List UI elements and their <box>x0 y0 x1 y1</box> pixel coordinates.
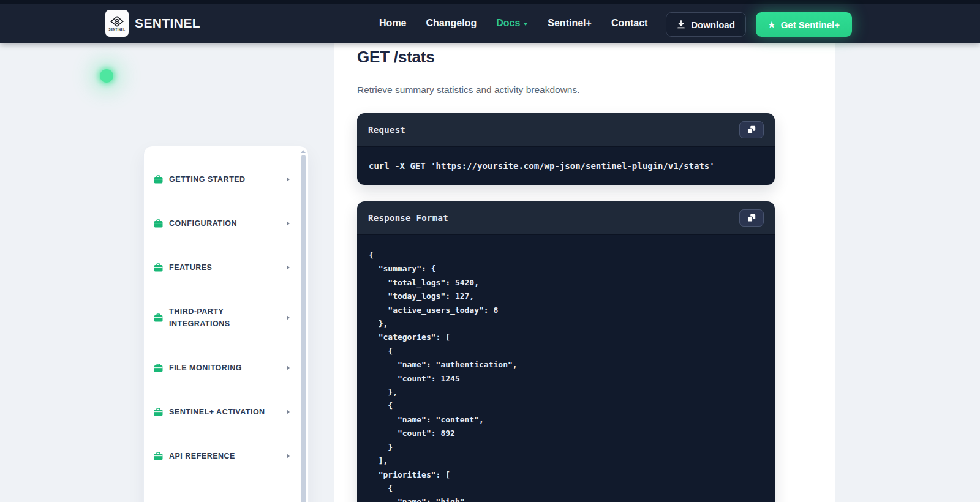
sidebar-item-label: FEATURES <box>169 261 212 274</box>
code-line: "count": 892 <box>369 427 763 440</box>
sidebar-item-label: SENTINEL+ ACTIVATION <box>169 406 265 418</box>
response-card-header: Response Format <box>357 201 775 235</box>
briefcase-icon <box>154 175 163 184</box>
chevron-right-icon <box>287 454 290 459</box>
code-line: { <box>369 399 763 413</box>
get-sentinel-plus-button[interactable]: ★ Get Sentinel+ <box>756 12 852 37</box>
nav-item[interactable]: Contact <box>611 18 648 29</box>
code-line: "categories": [ <box>369 331 763 344</box>
sidebar-item[interactable]: THIRD-PARTY INTEGRATIONS <box>144 290 308 346</box>
scroll-up-arrow-icon[interactable] <box>301 150 306 153</box>
sentinel-logo-icon: SENTINEL <box>105 10 129 37</box>
code-line: { <box>369 482 763 495</box>
briefcase-icon <box>154 313 163 322</box>
chevron-right-icon <box>287 410 290 414</box>
star-icon: ★ <box>768 20 775 29</box>
logo-micro-text: SENTINEL <box>108 28 125 31</box>
top-navbar: SENTINEL SENTINEL Home Changelog Docs Se… <box>0 0 980 43</box>
sidebar-item-label: API REFERENCE <box>169 450 235 462</box>
code-line: { <box>369 345 763 358</box>
chevron-right-icon <box>287 177 290 182</box>
chevron-right-icon <box>287 221 290 226</box>
sidebar-item-label: FILE MONITORING <box>169 362 242 374</box>
code-line: "name": "high", <box>369 495 763 502</box>
main-nav: Home Changelog Docs Sentinel+ Contact <box>379 18 647 29</box>
sidebar-item[interactable]: API REFERENCE <box>144 434 308 478</box>
page-content: GETTING STARTED CONFIGURATION FEATURES <box>0 43 980 502</box>
chevron-right-icon <box>287 365 290 370</box>
briefcase-icon <box>154 364 163 372</box>
code-line: ], <box>369 454 763 468</box>
briefcase-icon <box>154 219 163 228</box>
code-line: "today_logs": 127, <box>369 290 763 303</box>
title-divider <box>357 75 775 75</box>
sidebar-item[interactable]: CONFIGURATION <box>144 201 308 245</box>
code-line: "total_logs": 5420, <box>369 276 763 290</box>
chevron-right-icon <box>287 265 290 270</box>
docs-sidebar: GETTING STARTED CONFIGURATION FEATURES <box>143 146 309 502</box>
copy-icon <box>747 214 756 222</box>
briefcase-icon <box>154 263 163 272</box>
copy-request-button[interactable] <box>739 121 764 138</box>
brand-logo[interactable]: SENTINEL SENTINEL <box>105 10 200 37</box>
sidebar-item-list: GETTING STARTED CONFIGURATION FEATURES <box>144 157 308 478</box>
page-title: GET /stats <box>357 48 835 67</box>
copy-icon <box>747 126 756 134</box>
request-card-title: Request <box>368 125 405 135</box>
sidebar-item[interactable]: GETTING STARTED <box>144 157 308 201</box>
code-line: { <box>369 249 763 262</box>
download-button[interactable]: Download <box>666 12 746 37</box>
request-code-card: Request curl -X GET 'https://yoursite.co… <box>357 113 775 185</box>
nav-item[interactable]: Changelog <box>426 18 477 29</box>
sidebar-item-label: CONFIGURATION <box>169 217 237 230</box>
endpoint-description: Retrieve summary statistics and activity… <box>357 84 835 96</box>
request-curl-command: curl -X GET 'https://yoursite.com/wp-jso… <box>369 160 763 171</box>
nav-item[interactable]: Sentinel+ <box>548 18 592 29</box>
nav-item[interactable]: Home <box>379 18 406 29</box>
chevron-right-icon <box>287 315 290 320</box>
code-line: "active_users_today": 8 <box>369 304 763 317</box>
sidebar-item[interactable]: FEATURES <box>144 245 308 290</box>
code-line: "name": "content", <box>369 413 763 427</box>
code-line: "priorities": [ <box>369 468 763 482</box>
brand-name: SENTINEL <box>135 16 200 31</box>
code-line: "name": "authentication", <box>369 358 763 372</box>
sidebar-item-label: GETTING STARTED <box>169 173 246 185</box>
response-card-title: Response Format <box>368 213 448 223</box>
scrollbar-thumb[interactable] <box>301 155 306 502</box>
briefcase-icon <box>154 452 163 460</box>
doc-main-panel: GET /stats Retrieve summary statistics a… <box>334 43 835 502</box>
sidebar-item-label: THIRD-PARTY INTEGRATIONS <box>169 305 274 330</box>
chevron-down-icon <box>523 23 528 26</box>
response-json-body: { "summary": { "total_logs": 5420, "toda… <box>357 235 775 502</box>
code-line: "count": 1245 <box>369 372 763 386</box>
code-line: }, <box>369 386 763 399</box>
green-glow-dot <box>100 69 113 83</box>
request-code-body: curl -X GET 'https://yoursite.com/wp-jso… <box>357 147 775 185</box>
code-line: "summary": { <box>369 262 763 275</box>
sidebar-scrollbar[interactable] <box>301 150 306 502</box>
sidebar-item[interactable]: FILE MONITORING <box>144 346 308 390</box>
nav-item[interactable]: Docs <box>496 18 528 29</box>
download-icon <box>677 20 685 29</box>
sidebar-item[interactable]: SENTINEL+ ACTIVATION <box>144 390 308 434</box>
code-line: } <box>369 441 763 454</box>
request-card-header: Request <box>357 113 775 147</box>
copy-response-button[interactable] <box>739 209 764 227</box>
response-code-card: Response Format { "summary": { "total_lo… <box>357 201 775 502</box>
nav-actions: Download ★ Get Sentinel+ <box>666 12 852 37</box>
briefcase-icon <box>154 408 163 416</box>
code-line: }, <box>369 317 763 331</box>
